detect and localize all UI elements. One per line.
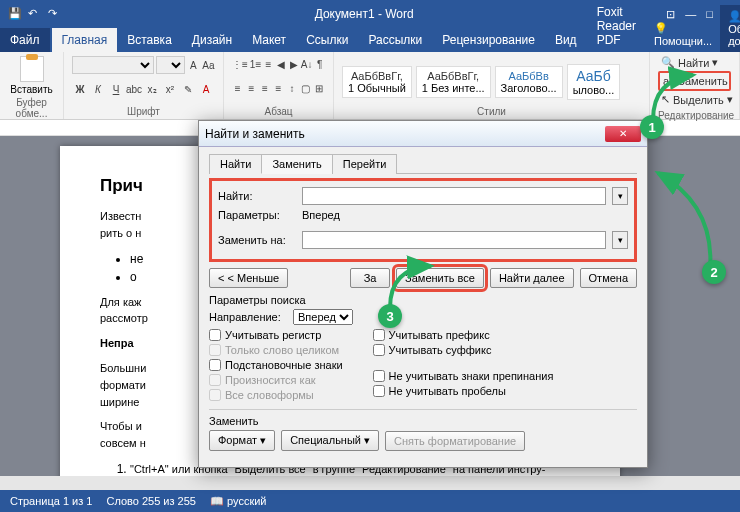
dialog-titlebar[interactable]: Найти и заменить ✕ xyxy=(199,121,647,147)
chk-whole[interactable]: Только слово целиком xyxy=(209,344,343,356)
less-button[interactable]: < < Меньше xyxy=(209,268,288,288)
dialog-close-button[interactable]: ✕ xyxy=(605,126,641,142)
strike-icon[interactable]: abc xyxy=(126,81,142,97)
paste-button[interactable]: Вставить xyxy=(8,56,55,95)
numbering-icon[interactable]: 1≡ xyxy=(250,56,261,72)
chk-suffix[interactable]: Учитывать суффикс xyxy=(373,344,554,356)
clipboard-icon xyxy=(20,56,44,82)
tab-refs[interactable]: Ссылки xyxy=(296,28,358,52)
chk-wordforms[interactable]: Все словоформы xyxy=(209,389,343,401)
group-clipboard-label: Буфер обме... xyxy=(8,97,55,119)
font-color-icon[interactable]: A xyxy=(198,81,214,97)
sort-icon[interactable]: A↓ xyxy=(301,56,313,72)
align-left-icon[interactable]: ≡ xyxy=(232,80,244,96)
direction-select[interactable]: Вперед xyxy=(293,309,353,325)
style-normal[interactable]: АаБбВвГг,1 Обычный xyxy=(342,66,412,98)
chk-prefix[interactable]: Учитывать префикс xyxy=(373,329,554,341)
callout-2: 2 xyxy=(702,260,726,284)
status-bar: Страница 1 из 1 Слово 255 из 255 📖 русск… xyxy=(0,490,740,512)
align-center-icon[interactable]: ≡ xyxy=(246,80,258,96)
undo-icon[interactable]: ↶ xyxy=(28,7,42,21)
tab-review[interactable]: Рецензирование xyxy=(432,28,545,52)
save-icon[interactable]: 💾 xyxy=(8,7,22,21)
indent-right-icon[interactable]: ▶ xyxy=(288,56,299,72)
status-words[interactable]: Слово 255 из 255 xyxy=(106,495,196,507)
dialog-title: Найти и заменить xyxy=(205,127,605,141)
tab-view[interactable]: Вид xyxy=(545,28,587,52)
format-button[interactable]: Формат ▾ xyxy=(209,430,275,451)
style-heading2[interactable]: АаБбылово... xyxy=(567,64,621,100)
underline-button[interactable]: Ч xyxy=(108,81,124,97)
replace-label: Заменить на: xyxy=(218,234,296,246)
group-font-label: Шрифт xyxy=(72,106,215,117)
tab-mail[interactable]: Рассылки xyxy=(358,28,432,52)
direction-label: Направление: xyxy=(209,311,287,323)
style-heading1[interactable]: АаБбВвЗаголово... xyxy=(495,66,563,98)
case-icon[interactable]: Aa xyxy=(202,57,215,73)
subscript-icon[interactable]: x₂ xyxy=(144,81,160,97)
bold-button[interactable]: Ж xyxy=(72,81,88,97)
status-page[interactable]: Страница 1 из 1 xyxy=(10,495,92,507)
tab-home[interactable]: Главная xyxy=(52,28,118,52)
params-label: Параметры: xyxy=(218,209,296,221)
dlg-tab-replace[interactable]: Заменить xyxy=(261,154,332,174)
tab-file[interactable]: Файл xyxy=(0,28,50,52)
status-lang[interactable]: 📖 русский xyxy=(210,495,267,508)
font-size-select[interactable] xyxy=(156,56,184,74)
replace-one-button[interactable]: За xyxy=(350,268,390,288)
callout-1: 1 xyxy=(640,115,664,139)
window-title: Документ1 - Word xyxy=(62,7,666,21)
chk-wildcards[interactable]: Подстановочные знаки xyxy=(209,359,343,371)
font-family-select[interactable] xyxy=(72,56,154,74)
chk-sounds[interactable]: Произносится как xyxy=(209,374,343,386)
find-dropdown-icon[interactable]: ▾ xyxy=(612,187,628,205)
pilcrow-icon[interactable]: ¶ xyxy=(314,56,325,72)
style-nospacing[interactable]: АаБбВвГг,1 Без инте... xyxy=(416,66,491,98)
group-para-label: Абзац xyxy=(232,106,325,117)
chk-case[interactable]: Учитывать регистр xyxy=(209,329,343,341)
borders-icon[interactable]: ⊞ xyxy=(313,80,325,96)
remove-format-button[interactable]: Снять форматирование xyxy=(385,431,525,451)
tell-me[interactable]: 💡 Помощни... xyxy=(646,17,720,52)
ribbon: Вставить Буфер обме... A Aa Ж К Ч abc x₂… xyxy=(0,52,740,120)
special-button[interactable]: Специальный ▾ xyxy=(281,430,379,451)
share-button[interactable]: 👤 Общий доступ xyxy=(720,5,740,52)
italic-button[interactable]: К xyxy=(90,81,106,97)
cancel-button[interactable]: Отмена xyxy=(580,268,637,288)
grow-font-icon[interactable]: A xyxy=(187,57,200,73)
find-label: Найти: xyxy=(218,190,296,202)
align-right-icon[interactable]: ≡ xyxy=(259,80,271,96)
quick-access-toolbar: 💾 ↶ ↷ xyxy=(8,7,62,21)
justify-icon[interactable]: ≡ xyxy=(273,80,285,96)
search-fields-box: Найти: ▾ Параметры: Вперед Заменить на: … xyxy=(209,178,637,262)
multilevel-icon[interactable]: ≡ xyxy=(263,56,274,72)
superscript-icon[interactable]: x² xyxy=(162,81,178,97)
find-input[interactable] xyxy=(302,187,606,205)
indent-left-icon[interactable]: ◀ xyxy=(276,56,287,72)
replace-input[interactable] xyxy=(302,231,606,249)
chk-spaces[interactable]: Не учитывать пробелы xyxy=(373,385,554,397)
search-icon: 🔍 xyxy=(661,56,675,69)
chk-punct[interactable]: Не учитывать знаки препинания xyxy=(373,370,554,382)
find-button[interactable]: 🔍Найти▾ xyxy=(658,54,731,71)
tab-design[interactable]: Дизайн xyxy=(182,28,242,52)
group-styles-label: Стили xyxy=(342,106,641,117)
bullets-icon[interactable]: ⋮≡ xyxy=(232,56,248,72)
tab-insert[interactable]: Вставка xyxy=(117,28,182,52)
tab-foxit[interactable]: Foxit Reader PDF xyxy=(587,0,646,52)
replace-section-label: Заменить xyxy=(209,415,637,427)
replace-dropdown-icon[interactable]: ▾ xyxy=(612,231,628,249)
shading-icon[interactable]: ▢ xyxy=(300,80,312,96)
find-next-button[interactable]: Найти далее xyxy=(490,268,574,288)
ribbon-tabs: Файл Главная Вставка Дизайн Макет Ссылки… xyxy=(0,28,740,52)
redo-icon[interactable]: ↷ xyxy=(48,7,62,21)
dlg-tab-find[interactable]: Найти xyxy=(209,154,262,174)
params-value: Вперед xyxy=(302,209,340,221)
callout-3: 3 xyxy=(378,304,402,328)
line-spacing-icon[interactable]: ↕ xyxy=(286,80,298,96)
tab-layout[interactable]: Макет xyxy=(242,28,296,52)
dlg-tab-goto[interactable]: Перейти xyxy=(332,154,398,174)
highlight-icon[interactable]: ✎ xyxy=(180,81,196,97)
